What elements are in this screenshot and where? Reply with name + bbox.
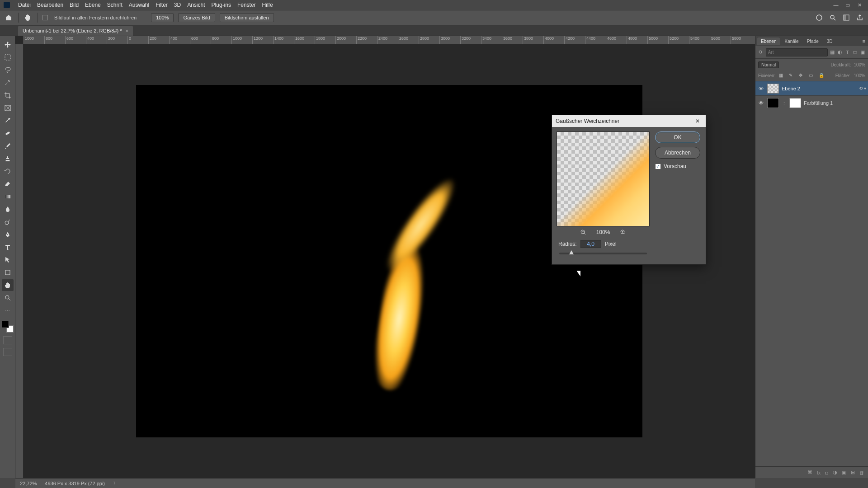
menu-filter[interactable]: Filter <box>156 2 168 8</box>
home-icon[interactable] <box>4 13 14 23</box>
layer-name[interactable]: Farbfüllung 1 <box>804 100 833 106</box>
layer-row[interactable]: 👁 ⋮ Farbfüllung 1 <box>755 96 868 110</box>
preview-zoom-in-icon[interactable] <box>619 228 627 236</box>
dialog-close-icon[interactable]: ✕ <box>693 117 702 125</box>
magic-wand-tool-icon[interactable] <box>2 77 14 89</box>
layer-fx-icon[interactable]: fx <box>817 470 821 475</box>
ruler-vertical[interactable] <box>15 44 24 478</box>
window-minimize-icon[interactable]: — <box>831 2 841 8</box>
radius-slider-handle[interactable] <box>569 250 574 254</box>
color-swatches[interactable] <box>2 321 14 333</box>
blend-mode-select[interactable]: Normal <box>758 61 779 68</box>
preview-checkbox[interactable]: ✓ <box>655 164 661 169</box>
gradient-tool-icon[interactable] <box>2 191 14 202</box>
layer-filter-input[interactable] <box>766 48 828 56</box>
ok-button[interactable]: OK <box>655 131 700 143</box>
radius-slider[interactable] <box>559 253 647 254</box>
layer-row[interactable]: 👁 Ebene 2 ⟲ ▾ <box>755 81 868 96</box>
ruler-horizontal[interactable]: 1000800600400200020040060080010001200140… <box>24 36 755 44</box>
lock-all-icon[interactable]: 🔒 <box>819 73 825 79</box>
cancel-button[interactable]: Abbrechen <box>655 147 700 159</box>
layer-link-icon[interactable]: ⟲ ▾ <box>859 86 866 91</box>
menu-ansicht[interactable]: Ansicht <box>187 2 205 8</box>
layer-visibility-icon[interactable]: 👁 <box>757 100 764 106</box>
hand-tool-icon-2[interactable] <box>2 279 14 291</box>
lock-artboard-icon[interactable]: ▭ <box>809 73 815 79</box>
hand-tool-icon[interactable] <box>23 13 33 23</box>
preview-zoom-out-icon[interactable] <box>579 228 587 236</box>
zoom-tool-icon[interactable] <box>2 292 14 304</box>
layer-mask-icon[interactable]: ◘ <box>825 470 828 475</box>
blur-tool-icon[interactable] <box>2 203 14 215</box>
window-close-icon[interactable]: ✕ <box>854 2 864 8</box>
path-selection-tool-icon[interactable] <box>2 254 14 266</box>
fill-screen-button[interactable]: Bildschirm ausfüllen <box>220 13 274 22</box>
dodge-tool-icon[interactable] <box>2 216 14 228</box>
clone-stamp-tool-icon[interactable] <box>2 153 14 164</box>
tab-kanaele[interactable]: Kanäle <box>781 38 802 45</box>
crop-tool-icon[interactable] <box>2 89 14 101</box>
opacity-value[interactable]: 100% <box>854 62 865 67</box>
menu-3d[interactable]: 3D <box>174 2 181 8</box>
window-restore-icon[interactable]: ▭ <box>843 2 853 8</box>
layer-thumbnail[interactable] <box>767 98 779 108</box>
tab-3d[interactable]: 3D <box>823 38 836 45</box>
status-zoom[interactable]: 22,72% <box>20 481 37 486</box>
lasso-tool-icon[interactable] <box>2 64 14 76</box>
group-icon[interactable]: ▣ <box>842 469 846 475</box>
layer-mask-thumbnail[interactable] <box>789 98 801 108</box>
spot-healing-tool-icon[interactable] <box>2 127 14 139</box>
tab-pfade[interactable]: Pfade <box>803 38 822 45</box>
lock-pixels-icon[interactable]: ✎ <box>789 73 795 79</box>
dialog-preview[interactable] <box>557 131 650 226</box>
fit-image-button[interactable]: Ganzes Bild <box>178 13 215 22</box>
eraser-tool-icon[interactable] <box>2 178 14 190</box>
layer-visibility-icon[interactable]: 👁 <box>757 86 764 91</box>
edit-toolbar-icon[interactable]: ⋯ <box>2 305 14 316</box>
foreground-color-swatch[interactable] <box>2 321 9 328</box>
menu-bearbeiten[interactable]: Bearbeiten <box>37 2 63 8</box>
lock-transparency-icon[interactable]: ▦ <box>779 73 785 79</box>
search-icon[interactable] <box>828 13 837 22</box>
zoom-100-button[interactable]: 100% <box>151 13 174 22</box>
filter-adjust-icon[interactable]: ◐ <box>837 49 843 56</box>
brush-tool-icon[interactable] <box>2 140 14 152</box>
quick-mask-icon[interactable] <box>3 336 12 344</box>
move-tool-icon[interactable] <box>2 39 14 51</box>
scroll-all-windows-checkbox[interactable] <box>42 15 48 20</box>
panel-menu-icon[interactable]: ≡ <box>860 38 868 44</box>
menu-hilfe[interactable]: Hilfe <box>262 2 273 8</box>
lock-position-icon[interactable]: ✥ <box>799 73 805 79</box>
history-brush-tool-icon[interactable] <box>2 165 14 177</box>
layer-thumbnail[interactable] <box>767 84 779 94</box>
menu-plugins[interactable]: Plug-ins <box>212 2 231 8</box>
status-doc-info[interactable]: 4936 Px x 3319 Px (72 ppi) <box>45 481 105 486</box>
filter-shape-icon[interactable]: ▭ <box>852 49 858 56</box>
type-tool-icon[interactable] <box>2 241 14 253</box>
link-layers-icon[interactable]: ⌘ <box>807 469 812 475</box>
marquee-tool-icon[interactable] <box>2 52 14 63</box>
fill-value[interactable]: 100% <box>854 73 865 78</box>
menu-auswahl[interactable]: Auswahl <box>129 2 149 8</box>
menu-datei[interactable]: Datei <box>18 2 31 8</box>
eyedropper-tool-icon[interactable] <box>2 115 14 127</box>
menu-ebene[interactable]: Ebene <box>85 2 101 8</box>
tab-ebenen[interactable]: Ebenen <box>757 38 780 45</box>
share-icon[interactable] <box>855 13 864 22</box>
menu-bild[interactable]: Bild <box>70 2 79 8</box>
document-tab-close-icon[interactable]: × <box>126 28 128 33</box>
filter-smart-icon[interactable]: ▣ <box>859 49 865 56</box>
adjustment-layer-icon[interactable]: ◑ <box>833 469 837 475</box>
dialog-titlebar[interactable]: Gaußscher Weichzeichner ✕ <box>552 115 706 127</box>
frame-tool-icon[interactable] <box>2 102 14 114</box>
menu-schrift[interactable]: Schrift <box>107 2 123 8</box>
shape-tool-icon[interactable] <box>2 267 14 278</box>
screen-mode-icon[interactable] <box>3 348 12 356</box>
status-info-chevron-icon[interactable]: 〉 <box>113 480 118 487</box>
workspace-switcher-icon[interactable] <box>842 13 851 22</box>
filter-pixel-icon[interactable]: ▦ <box>830 49 835 56</box>
layer-filter-search-icon[interactable] <box>758 49 764 56</box>
layer-name[interactable]: Ebene 2 <box>782 86 800 91</box>
menu-fenster[interactable]: Fenster <box>237 2 256 8</box>
new-layer-icon[interactable]: ⊞ <box>851 469 855 475</box>
